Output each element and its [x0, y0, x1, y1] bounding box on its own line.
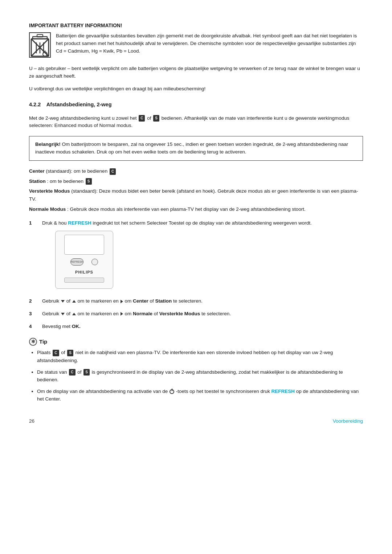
paragraph-2: U volbrengt dus uw wettelijke verplichti…	[29, 85, 363, 93]
important-body: Batterijen die gevaarlijke substanties b…	[29, 32, 363, 58]
important-box: Belangrijk! Om batterijstroom te bespare…	[29, 136, 363, 161]
step-2: 2 Gebruik of om te markeren en om Center…	[29, 297, 363, 305]
refresh-highlight-tip: REFRESH	[271, 389, 295, 394]
footer-section-label: Voorbereiding	[333, 418, 363, 425]
refresh-highlight-1: REFRESH	[68, 220, 91, 226]
remote-refresh-label: REFRESH	[71, 260, 83, 264]
important-battery-title: IMPORTANT BATTERY INFORMATION!	[29, 22, 363, 29]
tip-item-2: De status van C of S is gesynchroniseerd…	[37, 368, 363, 384]
important-box-text: Om batterijstroom te besparen, zal na on…	[35, 141, 348, 155]
tip-title: ✱ Tip	[29, 338, 363, 346]
section-422-heading: 4.2.2 Afstandsbediening, 2-weg	[29, 101, 363, 109]
center-icon-label: C	[110, 168, 116, 175]
arrow-down-icon-3	[61, 313, 65, 315]
remote-brand: PHILIPS	[75, 269, 93, 275]
paragraph-1: U – als gebruiker – bent wettelijk verpl…	[29, 65, 363, 80]
footer: 26 Voorbereiding	[29, 418, 363, 425]
important-battery-text: Batterijen die gevaarlijke substanties b…	[56, 32, 363, 55]
step-4: 4 Bevestig met OK.	[29, 323, 363, 331]
normale-label-line: Normale Modus : Gebruik deze modus als i…	[29, 205, 363, 213]
power-icon-tip3	[170, 389, 174, 394]
remote-refresh-btn: REFRESH	[70, 258, 83, 266]
step-4-num: 4	[29, 323, 36, 331]
arrow-right-icon-2	[121, 300, 123, 303]
step-1-content: Druk & hou REFRESH ingedrukt tot het sch…	[42, 219, 363, 292]
step-2-content: Gebruik of om te markeren en om Center o…	[42, 297, 363, 305]
section-title: Afstandsbediening, 2-weg	[46, 102, 112, 107]
tip-list: Plaats C of S niet in de nabijheid van e…	[29, 349, 363, 403]
step-1-num: 1	[29, 219, 36, 227]
remote-bottom-bar	[64, 278, 104, 283]
step-3-num: 3	[29, 310, 36, 318]
tip-icon: ✱	[29, 338, 37, 346]
arrow-up-icon-3	[72, 313, 76, 315]
tip-item-1: Plaats C of S niet in de nabijheid van e…	[37, 349, 363, 364]
station-icon-intro: S	[153, 115, 159, 122]
step-3: 3 Gebruik of om te markeren en om Normal…	[29, 310, 363, 318]
center-icon-intro: C	[139, 115, 145, 122]
footer-page-number: 26	[29, 418, 34, 425]
arrow-up-icon-2	[72, 300, 76, 303]
station-icon-tip2: S	[83, 369, 90, 376]
remote-buttons-row: REFRESH	[70, 258, 98, 266]
remote-diagram: REFRESH PHILIPS	[55, 231, 113, 289]
arrow-right-icon-3	[121, 312, 123, 316]
step-1: 1 Druk & hou REFRESH ingedrukt tot het s…	[29, 219, 363, 292]
center-icon-tip2: C	[69, 369, 75, 376]
battery-icon	[29, 32, 51, 58]
station-icon-tip1: S	[67, 350, 73, 356]
important-battery-section: IMPORTANT BATTERY INFORMATION!	[29, 22, 363, 58]
center-icon-tip1: C	[53, 350, 59, 356]
tip-section: ✱ Tip Plaats C of S niet in de nabijheid…	[29, 338, 363, 403]
step-3-content: Gebruik of om te markeren en om Normale …	[42, 310, 363, 318]
versterkte-label-line: Versterkte Modus (standaard): Deze modus…	[29, 187, 363, 203]
station-label-line: Station : om te bedienen S	[29, 177, 363, 185]
remote-circle-btn	[91, 259, 98, 265]
tip-item-3: Om de display van de afstandsbediening n…	[37, 387, 363, 403]
remote-screen	[64, 235, 104, 255]
step-2-num: 2	[29, 297, 36, 305]
arrow-down-icon-2	[61, 300, 65, 303]
center-label-line: Center (standaard): om te bedienen C	[29, 167, 363, 175]
section-intro: Met de 2-weg afstandsbediening kunt u zo…	[29, 115, 363, 130]
step-4-content: Bevestig met OK.	[42, 323, 363, 331]
steps-list: 1 Druk & hou REFRESH ingedrukt tot het s…	[29, 219, 363, 331]
section-number: 4.2.2	[29, 102, 41, 107]
important-box-bold: Belangrijk!	[35, 141, 61, 147]
station-icon-label: S	[86, 178, 92, 185]
